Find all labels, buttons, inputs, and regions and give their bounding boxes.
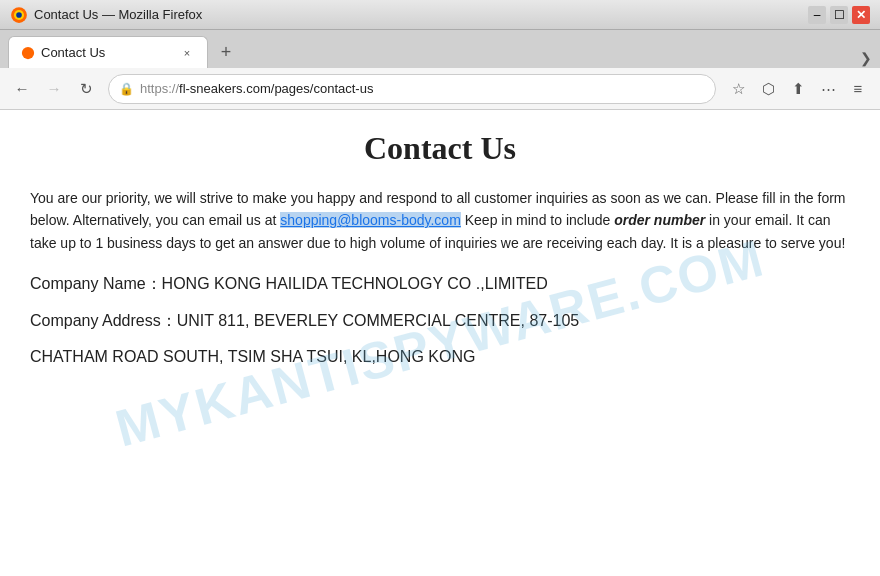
nav-right-icons: ☆ ⬡ ⬆ ⋯ ≡ — [724, 75, 872, 103]
forward-button[interactable]: → — [40, 75, 68, 103]
extensions-button[interactable]: ⋯ — [814, 75, 842, 103]
page-content: MYKANTISPYWARE.COM Contact Us You are ou… — [0, 110, 880, 576]
tab-bar: Contact Us × + ❯ — [0, 30, 880, 68]
tab-contact-us[interactable]: Contact Us × — [8, 36, 208, 68]
intro-text-after-email: Keep in mind to include — [461, 212, 614, 228]
minimize-button[interactable]: – — [808, 6, 826, 24]
title-bar-left: Contact Us — Mozilla Firefox — [10, 6, 202, 24]
svg-point-3 — [22, 46, 34, 58]
url-domain: fl-sneakers.com — [179, 81, 271, 96]
company-address-label: Company Address： — [30, 312, 177, 329]
intro-paragraph: You are our priority, we will strive to … — [30, 187, 850, 254]
order-number-text: order number — [614, 212, 705, 228]
tabs-chevron-icon[interactable]: ❯ — [860, 50, 872, 66]
watermark: MYKANTISPYWARE.COM — [109, 227, 770, 458]
close-button[interactable]: ✕ — [852, 6, 870, 24]
title-bar-controls: – ☐ ✕ — [808, 6, 870, 24]
company-name-section: Company Name：HONG KONG HAILIDA TECHNOLOG… — [30, 274, 850, 295]
email-link[interactable]: shopping@blooms-body.com — [280, 212, 461, 228]
company-address-value: UNIT 811, BEVERLEY COMMERCIAL CENTRE, 87… — [177, 312, 580, 329]
bookmark-button[interactable]: ☆ — [724, 75, 752, 103]
url-protocol: https:// — [140, 81, 179, 96]
svg-point-2 — [16, 12, 22, 18]
security-icon: 🔒 — [119, 82, 134, 96]
address-bar[interactable]: 🔒 https://fl-sneakers.com/pages/contact-… — [108, 74, 716, 104]
company-address-section: Company Address：UNIT 811, BEVERLEY COMME… — [30, 311, 850, 332]
maximize-button[interactable]: ☐ — [830, 6, 848, 24]
share-button[interactable]: ⬆ — [784, 75, 812, 103]
window-title: Contact Us — Mozilla Firefox — [34, 7, 202, 22]
tab-close-button[interactable]: × — [179, 45, 195, 61]
url-display: https://fl-sneakers.com/pages/contact-us — [140, 81, 705, 96]
url-path: /pages/contact-us — [271, 81, 374, 96]
company-name-value: HONG KONG HAILIDA TECHNOLOGY CO .,LIMITE… — [162, 275, 548, 292]
menu-button[interactable]: ≡ — [844, 75, 872, 103]
nav-bar: ← → ↻ 🔒 https://fl-sneakers.com/pages/co… — [0, 68, 880, 110]
title-bar: Contact Us — Mozilla Firefox – ☐ ✕ — [0, 0, 880, 30]
firefox-icon — [10, 6, 28, 24]
pocket-button[interactable]: ⬡ — [754, 75, 782, 103]
company-name-label: Company Name： — [30, 275, 162, 292]
page-title: Contact Us — [30, 130, 850, 167]
address-line2: CHATHAM ROAD SOUTH, TSIM SHA TSUI, KL,HO… — [30, 348, 850, 366]
tab-label: Contact Us — [41, 45, 105, 60]
back-button[interactable]: ← — [8, 75, 36, 103]
new-tab-button[interactable]: + — [212, 38, 240, 66]
tab-favicon — [21, 46, 35, 60]
reload-button[interactable]: ↻ — [72, 75, 100, 103]
tab-bar-right: ❯ — [860, 50, 872, 66]
